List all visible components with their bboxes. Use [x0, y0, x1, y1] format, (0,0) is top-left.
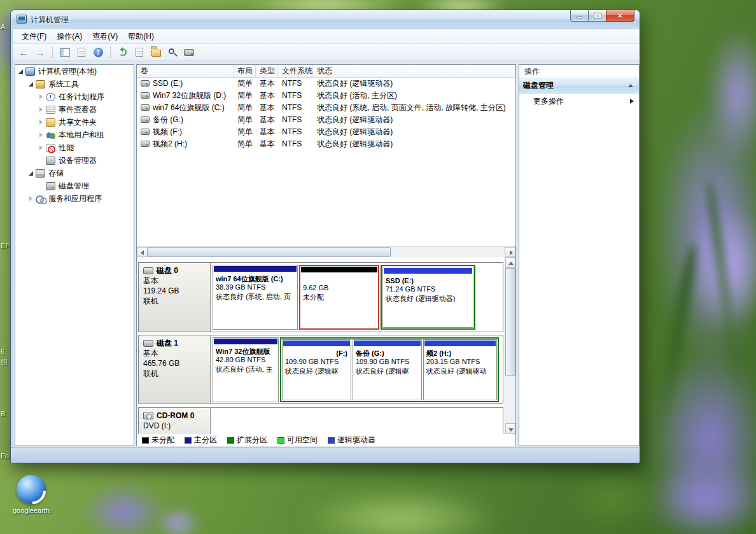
tree-item-services-applications[interactable]: 服务和应用程序 [15, 192, 134, 205]
disk-1-partitions: Win7 32位旗舰版 42.80 GB NTFS 状态良好 (活动, 主 (F… [213, 337, 500, 402]
scroll-left-icon[interactable] [137, 247, 148, 257]
menu-action[interactable]: 操作(A) [52, 31, 87, 43]
tree-item-system-tools[interactable]: 系统工具 [15, 78, 134, 90]
cdrom-info[interactable]: CD-ROM 0 DVD (I:) [139, 408, 211, 434]
legend-swatch [328, 437, 335, 444]
vertical-scrollbar[interactable] [505, 257, 515, 434]
partition-e[interactable]: SSD (E:) 71.24 GB NTFS 状态良好 (逻辑驱动器) [382, 267, 473, 328]
volume-row[interactable]: 备份 (G:) 简单 基本 NTFS 状态良好 (逻辑驱动器) [137, 114, 515, 126]
column-header-layout[interactable]: 布局 [234, 65, 256, 77]
show-hide-console-tree-icon[interactable] [58, 45, 72, 59]
partition-g[interactable]: 备份 (G:) 109.90 GB NTFS 状态良好 (逻辑驱 [353, 339, 422, 400]
unallocated-partition-selected[interactable]: 9.62 GB 未分配 [299, 265, 379, 330]
tree-item-storage[interactable]: 存储 [15, 167, 134, 179]
legend-swatch [277, 437, 284, 444]
column-header-volume[interactable]: 卷 [137, 65, 234, 77]
partition-f[interactable]: (F:) 109.90 GB NTFS 状态良好 (逻辑驱 [282, 339, 351, 400]
desktop-icon-label-fragment: EF [1, 242, 10, 249]
disk-management-pane: 卷 布局 类型 文件系统 状态 SSD (E:) 简单 基本 NTFS 状态良好… [136, 64, 516, 446]
horizontal-scrollbar-thumb[interactable] [148, 247, 391, 257]
users-icon [46, 131, 55, 139]
more-actions-item[interactable]: 更多操作 [519, 94, 639, 109]
open-folder-icon[interactable] [149, 45, 163, 59]
help-icon[interactable] [91, 45, 105, 59]
disk-0-info[interactable]: 磁盘 0 基本 119.24 GB 联机 [139, 263, 211, 332]
close-button[interactable]: × [606, 10, 634, 22]
properties-icon[interactable] [74, 45, 88, 59]
no-arrow-spacer [38, 183, 45, 189]
disk-0-partitions: win7 64位旗舰版 (C:) 38.39 GB NTFS 状态良好 (系统,… [213, 265, 477, 330]
column-header-filesystem[interactable]: 文件系统 [278, 65, 313, 77]
tree-item-task-scheduler[interactable]: 任务计划程序 [15, 90, 134, 103]
disk-icon [143, 340, 153, 347]
volume-row[interactable]: 视频 (F:) 简单 基本 NTFS 状态良好 (逻辑驱动器) [137, 126, 515, 138]
volume-name: SSD (E:) [153, 79, 183, 88]
tree-item-device-manager[interactable]: 设备管理器 [15, 154, 134, 167]
volume-name: 备份 (G:) [153, 115, 183, 124]
flower-blob [655, 95, 756, 369]
maximize-button[interactable] [589, 10, 606, 22]
menu-file[interactable]: 文件(F) [17, 31, 52, 43]
collapse-section-icon[interactable] [628, 84, 633, 87]
disk-type: 基本 [143, 348, 210, 358]
tree-item-event-viewer[interactable]: 事件查看器 [15, 103, 134, 116]
menu-help[interactable]: 帮助(H) [123, 31, 159, 43]
expand-arrow-icon[interactable] [38, 94, 45, 100]
expand-arrow-icon[interactable] [38, 106, 45, 113]
volume-row[interactable]: Win7 32位旗舰版 (D:) 简单 基本 NTFS 状态良好 (活动, 主分… [137, 90, 515, 102]
export-list-icon[interactable] [132, 45, 146, 59]
volume-layout: 简单 [234, 90, 256, 102]
scroll-right-icon[interactable] [505, 247, 515, 257]
disk-1-info[interactable]: 磁盘 1 基本 465.76 GB 联机 [139, 335, 211, 403]
volume-icon [141, 92, 150, 99]
partition-c[interactable]: win7 64位旗舰版 (C:) 38.39 GB NTFS 状态良好 (系统,… [213, 265, 298, 330]
tree-item-label: 设备管理器 [59, 155, 97, 166]
expand-arrow-icon[interactable] [38, 144, 45, 151]
partition-size: 71.24 GB NTFS [383, 285, 473, 294]
google-earth-desktop-icon[interactable]: googleearth [5, 475, 57, 514]
search-icon[interactable] [165, 45, 179, 59]
column-header-status[interactable]: 状态 [313, 65, 515, 77]
tree-item-label: 磁盘管理 [59, 181, 89, 192]
vertical-scrollbar-thumb[interactable] [505, 268, 515, 376]
tree-item-local-users-groups[interactable]: 本地用户和组 [15, 129, 134, 141]
collapse-arrow-icon[interactable] [18, 68, 24, 74]
legend-item-extended: 扩展分区 [227, 435, 267, 446]
legend-item-free-space: 可用空间 [277, 435, 318, 446]
refresh-icon[interactable] [116, 45, 130, 59]
volume-row[interactable]: SSD (E:) 简单 基本 NTFS 状态良好 (逻辑驱动器) [137, 78, 515, 90]
title-bar[interactable]: 计算机管理 × [11, 10, 640, 29]
expand-arrow-icon[interactable] [38, 132, 45, 138]
actions-section-disk-management[interactable]: 磁盘管理 [519, 78, 639, 94]
forward-icon[interactable]: → [33, 45, 47, 59]
menu-view[interactable]: 查看(V) [87, 31, 123, 43]
volume-name: 视频2 (H:) [153, 139, 187, 148]
scroll-down-icon[interactable] [505, 423, 515, 434]
toolbar-separator [52, 46, 53, 58]
tree-item-disk-management[interactable]: 磁盘管理 [15, 179, 134, 192]
expand-arrow-icon[interactable] [28, 195, 34, 202]
tree-item-performance[interactable]: 性能 [15, 141, 134, 154]
scroll-up-icon[interactable] [505, 257, 515, 268]
primary-partition-bar [214, 266, 297, 272]
tree-item-shared-folders[interactable]: 共享文件夹 [15, 116, 134, 129]
collapse-arrow-icon[interactable] [28, 81, 34, 87]
tree-item-label: 服务和应用程序 [48, 193, 102, 204]
partition-d[interactable]: Win7 32位旗舰版 42.80 GB NTFS 状态良好 (活动, 主 [213, 337, 279, 402]
partition-h[interactable]: 频2 (H:) 203.15 GB NTFS 状态良好 (逻辑驱动 [423, 339, 497, 400]
tree-item-computer-management[interactable]: 计算机管理(本地) [15, 65, 134, 78]
expand-arrow-icon[interactable] [38, 119, 45, 125]
volume-row[interactable]: 视频2 (H:) 简单 基本 NTFS 状态良好 (逻辑驱动器) [137, 138, 515, 150]
partition-status: 状态良好 (逻辑驱动器) [383, 294, 473, 304]
extended-partition-frame: (F:) 109.90 GB NTFS 状态良好 (逻辑驱 备份 (G:) 10… [280, 337, 499, 402]
logical-drive-bar [424, 341, 496, 346]
horizontal-scrollbar[interactable] [137, 246, 515, 257]
disk-settings-icon[interactable] [182, 45, 196, 59]
back-icon[interactable]: ← [17, 45, 31, 59]
volume-type: 基本 [256, 102, 278, 114]
column-header-type[interactable]: 类型 [256, 65, 278, 77]
volume-row[interactable]: win7 64位旗舰版 (C:) 简单 基本 NTFS 状态良好 (系统, 启动… [137, 102, 515, 114]
volume-type: 基本 [256, 90, 278, 102]
minimize-button[interactable] [570, 10, 589, 22]
collapse-arrow-icon[interactable] [28, 170, 34, 176]
